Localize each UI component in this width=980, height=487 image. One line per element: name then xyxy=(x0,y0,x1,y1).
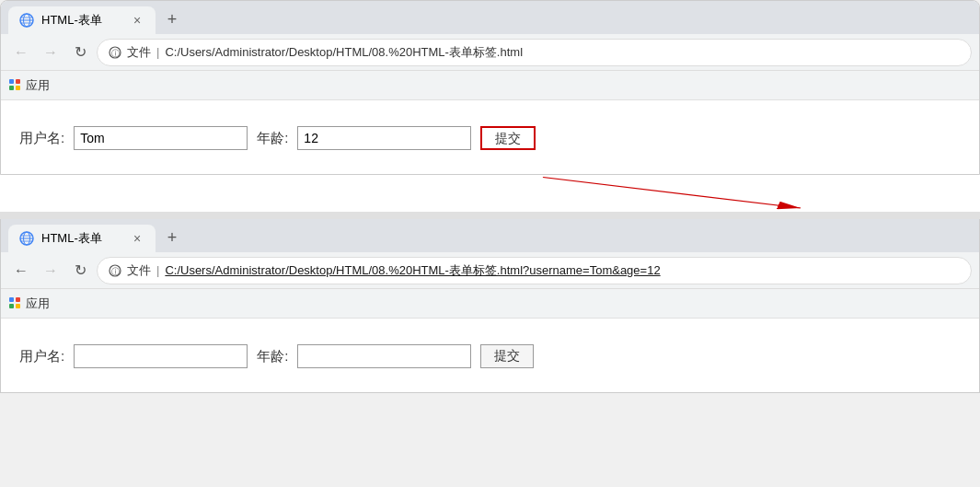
red-arrow-svg xyxy=(0,175,980,212)
tab-2-close[interactable]: × xyxy=(130,231,144,246)
tab-2[interactable]: HTML-表单 × xyxy=(8,225,156,252)
username-label-1: 用户名: xyxy=(19,130,64,147)
globe-icon-1 xyxy=(19,13,34,28)
tab-1-close[interactable]: × xyxy=(130,13,144,28)
submit-btn-1[interactable]: 提交 xyxy=(480,126,536,150)
secure-icon-1: ⓘ xyxy=(109,46,121,59)
tab-1-title: HTML-表单 xyxy=(41,12,102,29)
nav-bar-1: ← → ↻ ⓘ 文件 | C:/Users/Administrator/Desk… xyxy=(1,34,979,71)
svg-rect-9 xyxy=(9,86,14,90)
tab-2-title: HTML-表单 xyxy=(41,230,102,247)
svg-rect-10 xyxy=(16,86,20,90)
secure-icon-2: ⓘ xyxy=(109,264,121,277)
username-label-2: 用户名: xyxy=(19,348,64,365)
browser-window-2: HTML-表单 × + ← → ↻ ⓘ 文件 | C:/Users/Admini… xyxy=(0,219,980,393)
forward-btn-1[interactable]: → xyxy=(38,40,63,65)
address-prefix-2: 文件 xyxy=(127,262,151,279)
page-content-1: 用户名: 年龄: 提交 xyxy=(1,100,979,174)
address-bar-1[interactable]: ⓘ 文件 | C:/Users/Administrator/Desktop/HT… xyxy=(97,39,972,66)
arrow-annotation xyxy=(0,175,980,212)
tab-bar-2: HTML-表单 × + xyxy=(1,219,979,252)
reload-btn-1[interactable]: ↻ xyxy=(67,40,93,65)
age-input-2[interactable] xyxy=(297,344,471,368)
svg-rect-7 xyxy=(9,79,14,84)
address-prefix-1: 文件 xyxy=(127,44,151,61)
tab-1[interactable]: HTML-表单 × xyxy=(8,6,156,34)
apps-grid-icon-2 xyxy=(8,296,23,311)
new-tab-btn-2[interactable]: + xyxy=(159,225,185,250)
nav-bar-2: ← → ↻ ⓘ 文件 | C:/Users/Administrator/Desk… xyxy=(1,252,979,289)
svg-text:ⓘ: ⓘ xyxy=(111,49,120,58)
back-btn-2[interactable]: ← xyxy=(8,258,34,284)
apps-label-1: 应用 xyxy=(26,77,50,94)
back-btn-1[interactable]: ← xyxy=(8,40,34,65)
apps-grid-icon-1 xyxy=(8,78,23,93)
age-label-1: 年龄: xyxy=(257,130,288,147)
tab-bar-1: HTML-表单 × + xyxy=(1,1,979,34)
age-input-1[interactable] xyxy=(297,126,471,150)
age-label-2: 年龄: xyxy=(257,348,288,365)
svg-rect-22 xyxy=(9,304,14,308)
address-separator-1: | xyxy=(156,45,159,59)
svg-rect-21 xyxy=(16,297,20,302)
bookmarks-bar-2: 应用 xyxy=(1,289,979,319)
globe-icon-2 xyxy=(19,231,34,246)
window-divider xyxy=(0,212,980,219)
reload-btn-2[interactable]: ↻ xyxy=(67,258,93,284)
svg-line-12 xyxy=(543,178,801,209)
apps-shortcut-2[interactable]: 应用 xyxy=(8,296,50,312)
address-path-2: C:/Users/Administrator/Desktop/HTML/08.%… xyxy=(165,262,660,279)
address-separator-2: | xyxy=(156,263,159,277)
svg-text:ⓘ: ⓘ xyxy=(111,267,120,276)
address-bar-2[interactable]: ⓘ 文件 | C:/Users/Administrator/Desktop/HT… xyxy=(97,257,972,284)
new-tab-btn-1[interactable]: + xyxy=(159,6,185,32)
form-row-1: 用户名: 年龄: 提交 xyxy=(19,126,961,150)
username-input-1[interactable] xyxy=(74,126,248,150)
bookmarks-bar-1: 应用 xyxy=(1,71,979,100)
browser-window-1: HTML-表单 × + ← → ↻ ⓘ 文件 | C:/Users/Admini… xyxy=(0,0,980,175)
page-content-2: 用户名: 年龄: 提交 xyxy=(1,319,979,392)
username-input-2[interactable] xyxy=(74,344,248,368)
apps-label-2: 应用 xyxy=(26,296,50,312)
form-row-2: 用户名: 年龄: 提交 xyxy=(19,344,961,368)
forward-btn-2[interactable]: → xyxy=(38,258,63,284)
apps-shortcut-1[interactable]: 应用 xyxy=(8,77,50,94)
submit-btn-2[interactable]: 提交 xyxy=(480,344,534,368)
svg-rect-23 xyxy=(16,304,20,308)
svg-rect-20 xyxy=(9,297,14,302)
svg-rect-8 xyxy=(16,79,20,84)
address-path-1: C:/Users/Administrator/Desktop/HTML/08.%… xyxy=(165,44,523,61)
